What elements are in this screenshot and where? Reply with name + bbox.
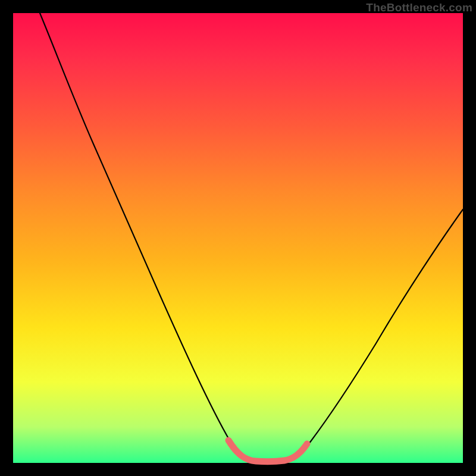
chart-frame: TheBottleneck.com [0,0,476,476]
bottleneck-curve [13,13,463,463]
attribution-label: TheBottleneck.com [366,1,472,14]
highlight-segment [228,440,307,462]
plot-area [13,13,463,463]
curve-path [40,13,463,462]
